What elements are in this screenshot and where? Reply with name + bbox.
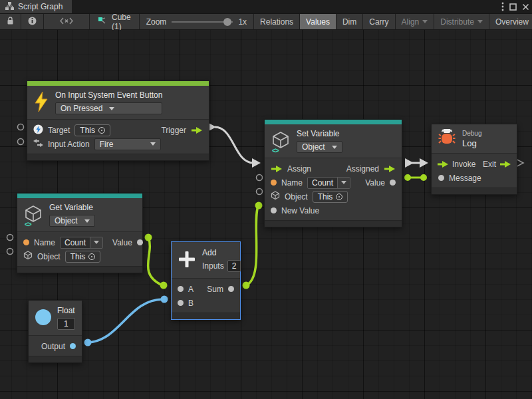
cube-icon: [23, 251, 33, 262]
object-field[interactable]: This: [65, 251, 101, 263]
output-label: Output: [41, 342, 65, 351]
node-title: Float: [57, 306, 75, 315]
input-system-icon: [33, 124, 43, 136]
window-tab-bar: Script Graph: [0, 0, 532, 13]
chevron-down-icon: [477, 20, 483, 23]
node-footer: [17, 266, 142, 273]
zoom-slider-handle[interactable]: [223, 18, 231, 26]
inputs-label: Inputs: [202, 261, 224, 271]
a-label: A: [188, 285, 194, 294]
node-add[interactable]: Add Inputs 2 A Sum B: [171, 241, 241, 320]
toolbar-button-values[interactable]: Values: [300, 14, 336, 29]
object-picker-icon[interactable]: [336, 194, 342, 200]
zoom-value: 1x: [238, 17, 247, 27]
wire-float-to-b[interactable]: [88, 299, 163, 342]
variable-name-dropdown[interactable]: Count: [307, 177, 350, 189]
window-maximize-icon[interactable]: [509, 3, 517, 11]
port-exit-out[interactable]: [499, 160, 511, 168]
wire-endpoint: [255, 202, 263, 209]
toolbar-button-carry[interactable]: Carry: [363, 14, 395, 29]
zoom-slider[interactable]: [172, 21, 233, 23]
wire-endpoint: [84, 339, 92, 346]
window-menu-icon[interactable]: [501, 2, 504, 11]
wire-endpoint: [243, 282, 250, 289]
graph-owner-button[interactable]: Cube (1): [90, 14, 140, 29]
port-event-action: [18, 139, 24, 145]
port-getvar-name: [7, 235, 13, 241]
inputs-count-field[interactable]: 2: [227, 260, 241, 272]
tab-script-graph[interactable]: Script Graph: [0, 0, 72, 13]
node-title: Log: [462, 138, 481, 148]
variable-name-dropdown[interactable]: Count: [60, 237, 103, 249]
port-new-value-in[interactable]: [271, 207, 277, 213]
port-value-out[interactable]: [390, 180, 396, 186]
wire-trigger-to-assign[interactable]: [215, 127, 253, 163]
port-invoke-in[interactable]: [437, 160, 449, 168]
new-value-label: New Value: [281, 206, 319, 215]
wire-endpoint: [420, 174, 427, 181]
toolbar-button-align[interactable]: Align: [396, 14, 435, 29]
message-label: Message: [449, 174, 481, 183]
input-action-dropdown[interactable]: Fire: [94, 138, 161, 150]
b-label: B: [188, 299, 194, 308]
graph-hierarchy-icon: [5, 2, 14, 12]
node-get-variable[interactable]: <> Get Variable Object Name Count Value: [17, 193, 143, 273]
chevron-down-icon: [332, 146, 337, 149]
port-assigned-out[interactable]: [384, 165, 396, 173]
window-close-icon[interactable]: [522, 3, 529, 11]
port-a-in[interactable]: [178, 286, 184, 292]
value-label: Value: [365, 178, 385, 188]
name-label: Name: [281, 178, 303, 188]
chevron-down-icon: [150, 142, 156, 146]
exit-label: Exit: [483, 160, 496, 169]
port-b-in[interactable]: [178, 300, 184, 306]
node-set-variable[interactable]: <> Set Variable Object Assign Assigned: [264, 119, 402, 227]
inspect-button[interactable]: [21, 14, 44, 29]
node-float[interactable]: Float 1 Output: [28, 300, 82, 363]
port-sum-out[interactable]: [228, 286, 234, 292]
plus-icon: [178, 251, 196, 270]
port-value-out[interactable]: [137, 239, 143, 245]
node-footer: [432, 188, 517, 194]
port-trigger-out[interactable]: [191, 126, 203, 134]
port-name-in[interactable]: [23, 239, 29, 245]
port-output-out[interactable]: [70, 343, 76, 349]
lock-button[interactable]: [0, 14, 21, 29]
variable-kind-dropdown[interactable]: Object: [49, 215, 95, 227]
node-title: Add: [202, 248, 241, 257]
port-assign-in[interactable]: [271, 165, 283, 173]
wire-endpoint: [161, 296, 168, 303]
input-action-label: Input Action: [48, 140, 90, 149]
node-debug-log[interactable]: Debug Log Invoke Exit Message: [431, 124, 517, 195]
toolbar-button-distribute[interactable]: Distribute: [434, 14, 489, 29]
object-picker-icon[interactable]: [88, 253, 95, 260]
port-name-in[interactable]: [271, 180, 277, 186]
object-field[interactable]: This: [313, 191, 348, 203]
node-footer: [27, 154, 209, 160]
target-object-field[interactable]: This: [74, 124, 110, 136]
chevron-down-icon[interactable]: [337, 178, 350, 188]
toolbar-button-dim[interactable]: Dim: [336, 14, 363, 29]
wire-endpoint: [404, 174, 411, 181]
zoom-control: Zoom 1x: [140, 14, 254, 29]
object-picker-icon[interactable]: [98, 127, 105, 134]
assigned-label: Assigned: [346, 164, 379, 174]
wire-getvalue-to-a[interactable]: [148, 237, 162, 285]
chevron-down-icon[interactable]: [90, 237, 102, 248]
toolbar-button-overview[interactable]: Overview: [489, 14, 532, 29]
node-on-input-system-event[interactable]: On Input System Event Button On Pressed …: [27, 80, 209, 161]
graph-canvas[interactable]: On Input System Event Button On Pressed …: [0, 30, 532, 399]
name-label: Name: [34, 238, 55, 247]
event-mode-dropdown[interactable]: On Pressed: [55, 102, 162, 114]
node-footer: [29, 356, 82, 362]
lightning-icon: [34, 92, 49, 114]
port-message-in[interactable]: [438, 175, 444, 181]
float-value-field[interactable]: 1: [57, 318, 75, 330]
graph-toolbar: Cube (1) Zoom 1x Relations Values Dim Ca…: [0, 13, 532, 29]
wire-sum-to-newvalue[interactable]: [246, 206, 258, 285]
code-preview-button[interactable]: [44, 14, 90, 29]
variables-glyph-icon: <>: [272, 147, 279, 154]
variable-kind-dropdown[interactable]: Object: [297, 141, 342, 153]
port-setvar-object: [257, 189, 263, 195]
toolbar-button-relations[interactable]: Relations: [254, 14, 300, 29]
